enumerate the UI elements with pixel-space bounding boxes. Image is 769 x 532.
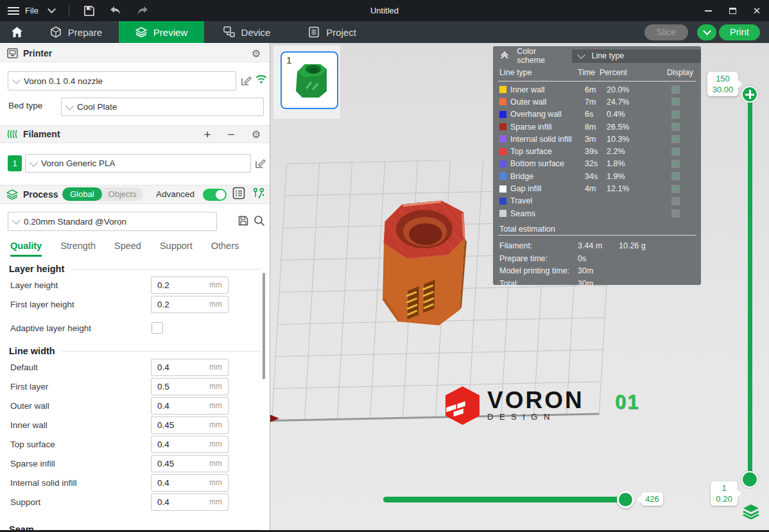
value-input[interactable]: 0.4mm <box>151 436 229 453</box>
filament-spool-icon <box>6 129 18 139</box>
menu-icon[interactable] <box>8 7 19 15</box>
process-tab-support[interactable]: Support <box>160 241 193 257</box>
print-button[interactable]: Print <box>719 24 760 40</box>
minimize-icon <box>705 10 712 12</box>
legend-row: Gap infill4m12.1%✓ <box>493 182 701 194</box>
printer-connection-wifi-icon[interactable] <box>255 74 267 86</box>
display-checkbox[interactable]: ✓ <box>671 85 680 94</box>
display-checkbox[interactable]: ✓ <box>671 123 680 131</box>
save-icon <box>83 5 95 17</box>
display-checkbox[interactable]: ✓ <box>671 110 680 119</box>
step-slider-track[interactable] <box>383 497 634 502</box>
titlebar: File Untitled ✕ <box>0 0 769 21</box>
total-row: Model printing time:30m <box>493 264 701 277</box>
process-tab-quality[interactable]: Quality <box>10 241 42 257</box>
value-input[interactable]: 0.2mm <box>151 296 229 313</box>
add-filament-button[interactable]: + <box>203 128 211 141</box>
collapse-panel-icon[interactable] <box>501 52 509 60</box>
line-type-swatch <box>499 210 506 217</box>
display-checkbox[interactable]: ✓ <box>671 160 680 168</box>
viewport[interactable]: VORON DESIGN 01 <box>270 43 769 532</box>
tab-preview[interactable]: Preview <box>119 21 204 43</box>
legend-row: Top surface39s2.2%✓ <box>493 145 701 157</box>
value-input[interactable]: 0.5mm <box>151 378 229 395</box>
plate-logo-sub: DESIGN <box>487 412 584 422</box>
slice-legend-panel: Color scheme Line type Line type Time Pe… <box>493 46 701 285</box>
redo-button[interactable] <box>136 6 149 16</box>
maximize-icon <box>729 8 736 14</box>
panel-scrollbar[interactable] <box>263 273 265 379</box>
parameter-list-button[interactable] <box>232 187 245 202</box>
value-input[interactable]: 0.45mm <box>151 416 229 434</box>
display-checkbox[interactable]: ✓ <box>671 185 680 193</box>
layer-slider-track[interactable] <box>748 94 752 479</box>
filament-preset-select[interactable]: Voron Generic PLA <box>25 154 251 173</box>
undo-button[interactable] <box>109 6 122 16</box>
save-preset-button[interactable] <box>238 215 249 228</box>
close-button[interactable]: ✕ <box>745 0 769 21</box>
process-tab-strength[interactable]: Strength <box>60 241 96 257</box>
remove-filament-button[interactable]: − <box>228 128 235 141</box>
process-tab-others[interactable]: Others <box>211 241 239 257</box>
bed-type-select[interactable]: Cool Plate <box>61 98 264 116</box>
filament-settings-gear-icon[interactable]: ⚙ <box>252 128 261 141</box>
close-icon: ✕ <box>753 6 761 15</box>
advanced-toggle[interactable] <box>203 189 227 201</box>
filament-edit-button[interactable] <box>255 158 266 171</box>
scope-global[interactable]: Global <box>62 187 102 201</box>
file-menu[interactable]: File <box>25 6 39 15</box>
printer-settings-gear-icon[interactable]: ⚙ <box>252 47 261 60</box>
display-checkbox[interactable]: ✓ <box>671 135 680 143</box>
tab-prepare[interactable]: Prepare <box>33 21 119 43</box>
layer-view-button[interactable] <box>743 504 759 522</box>
value-input[interactable]: 0.45mm <box>151 455 229 472</box>
value-input[interactable]: 0.4mm <box>151 474 229 492</box>
sliced-model[interactable] <box>370 196 467 332</box>
line-type-swatch <box>499 160 506 167</box>
layers-icon <box>743 504 759 519</box>
filament-slot-badge[interactable]: 1 <box>8 155 22 171</box>
line-type-swatch <box>499 86 506 93</box>
display-checkbox[interactable]: ✓ <box>671 98 680 106</box>
layer-slider-bottom-handle[interactable] <box>741 471 758 488</box>
view-mode-select[interactable]: Line type <box>572 49 701 63</box>
display-checkbox[interactable] <box>671 197 680 205</box>
process-preset-select[interactable]: 0.20mm Standard @Voron <box>8 212 217 231</box>
minimize-button[interactable] <box>696 0 720 21</box>
home-button[interactable] <box>0 21 33 43</box>
voron-hexagon-icon <box>444 386 481 425</box>
process-tab-speed[interactable]: Speed <box>114 241 141 257</box>
maximize-button[interactable] <box>720 0 745 21</box>
adaptive-layer-height-checkbox[interactable] <box>151 322 163 334</box>
plate-logo-word: VORON <box>487 390 584 411</box>
total-estimation-rows: Filament:3.44 m10.26 gPrepare time:0sMod… <box>493 239 701 289</box>
legend-rows: Inner wall6m20.0%✓Outer wall7m24.7%✓Over… <box>493 83 701 219</box>
process-scope-toggle[interactable]: Global Objects <box>62 187 143 201</box>
compare-presets-button[interactable] <box>252 187 265 202</box>
value-input[interactable]: 0.2mm <box>151 277 229 294</box>
display-checkbox[interactable]: ✓ <box>671 172 680 180</box>
slice-button[interactable]: Slice <box>644 24 688 40</box>
printer-edit-button[interactable] <box>241 75 252 88</box>
search-settings-button[interactable] <box>254 215 265 228</box>
file-dropdown-chevron-icon[interactable] <box>48 5 56 13</box>
tab-project[interactable]: Project <box>289 21 375 43</box>
printer-preset-select[interactable]: Voron 0.1 0.4 nozzle <box>8 71 236 90</box>
display-checkbox[interactable] <box>671 209 680 218</box>
step-slider-handle[interactable] <box>617 491 634 508</box>
display-checkbox[interactable]: ✓ <box>671 148 680 156</box>
preview-icon <box>135 27 147 37</box>
tab-device[interactable]: Device <box>204 21 289 43</box>
layer-slider-top-handle[interactable] <box>741 86 758 103</box>
save-button[interactable] <box>83 5 95 17</box>
value-input[interactable]: 0.4mm <box>151 359 229 376</box>
param-row: Outer wall0.4mm <box>0 396 270 415</box>
legend-row: Seams <box>493 207 701 219</box>
scope-objects[interactable]: Objects <box>102 188 143 200</box>
value-input[interactable]: 0.4mm <box>151 397 229 415</box>
step-slider-tooltip: 426 <box>641 492 663 506</box>
total-estimation-header: Total estimation <box>499 225 701 234</box>
plate-thumbnail[interactable]: 1 <box>281 51 338 109</box>
value-input[interactable]: 0.4mm <box>151 493 229 511</box>
print-options-button[interactable] <box>697 24 716 40</box>
